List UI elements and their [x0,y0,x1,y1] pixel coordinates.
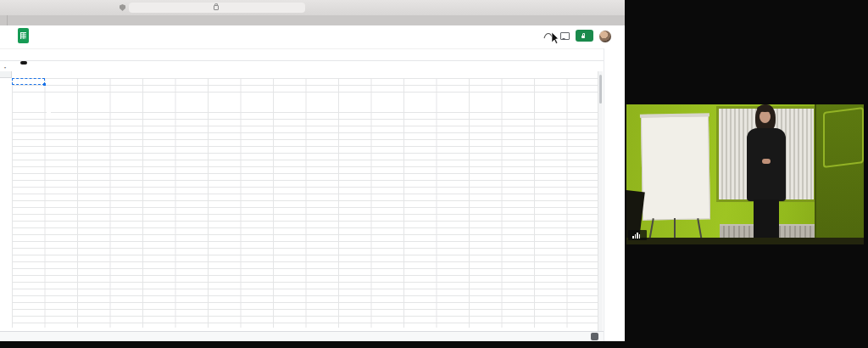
participant-name-badge [628,230,647,240]
sheets-toolbar [0,48,604,61]
wall-frame [823,107,864,168]
pinned-tabs [0,15,8,25]
share-lock-icon [581,36,585,38]
safari-window: ▾ [0,0,625,341]
sheet-tab-bar [0,331,604,341]
sheet-subtitle-cell[interactable] [47,112,51,119]
vertical-scrollbar-thumb[interactable] [599,75,602,104]
speaker-person [745,104,799,244]
sheet-title-cell[interactable] [47,97,53,111]
audio-signal-icon [632,233,640,239]
vertical-scrollbar[interactable] [598,71,603,331]
select-all-corner[interactable] [0,71,12,78]
privacy-shield-icon[interactable] [120,4,125,11]
video-participant-tile[interactable] [626,104,864,244]
flipchart [641,115,710,220]
google-sheets-logo[interactable] [18,28,29,43]
grid-row-4 [12,98,599,112]
sheets-header [0,25,625,48]
lock-icon [214,5,219,10]
google-side-panel [604,48,625,341]
floor [626,238,864,244]
desktop: { "browser": { "controls": {"sidebar":"▤… [0,0,868,348]
address-bar[interactable] [129,3,305,13]
cell-name-box[interactable]: ▾ [0,64,33,70]
share-button[interactable] [576,30,593,42]
grid-rows-1-3 [12,78,599,98]
mouse-cursor [543,31,562,46]
spreadsheet-grid[interactable] [0,71,604,331]
print-tooltip [20,61,27,65]
wall-right-panel [815,104,864,244]
browser-titlebar [0,0,625,16]
selected-cell-a1[interactable] [12,78,45,85]
explore-button[interactable] [591,333,598,340]
account-avatar[interactable] [599,31,611,42]
grid-rows-5-36 [12,112,599,328]
browser-tabstrip [0,15,625,25]
